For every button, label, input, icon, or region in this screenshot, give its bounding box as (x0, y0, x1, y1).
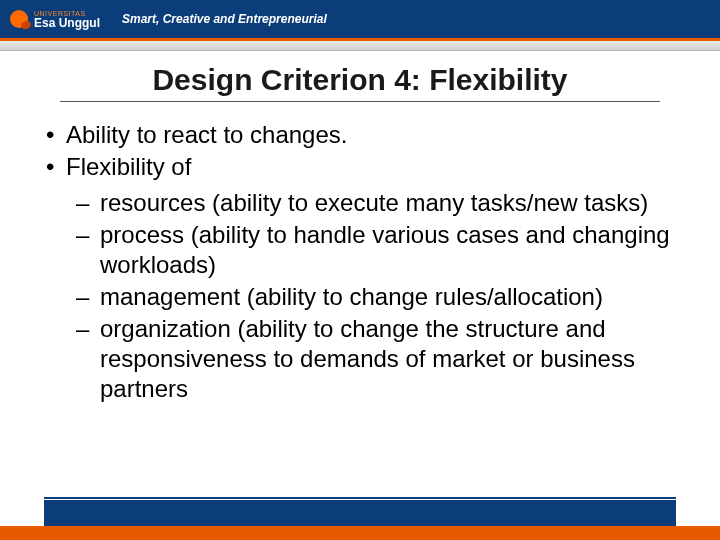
logo-icon (10, 10, 28, 28)
logo-big-text: Esa Unggul (34, 17, 100, 29)
tagline: Smart, Creative and Entrepreneurial (122, 12, 327, 26)
bullet-list: Ability to react to changes. Flexibility… (40, 120, 680, 404)
sub-list: resources (ability to execute many tasks… (66, 188, 680, 404)
sub-item: process (ability to handle various cases… (66, 220, 680, 280)
slide-content: Design Criterion 4: Flexibility Ability … (0, 51, 720, 404)
footer-blue-bar (44, 500, 676, 526)
sub-item: organization (ability to change the stru… (66, 314, 680, 404)
logo-text: UNIVERSITAS Esa Unggul (34, 10, 100, 29)
bullet-text: Flexibility of (66, 153, 191, 180)
logo: UNIVERSITAS Esa Unggul (10, 10, 100, 29)
sub-item: management (ability to change rules/allo… (66, 282, 680, 312)
slide-title: Design Criterion 4: Flexibility (60, 63, 660, 102)
bullet-item: Ability to react to changes. (40, 120, 680, 150)
divider-grey (0, 41, 720, 51)
bullet-item: Flexibility of resources (ability to exe… (40, 152, 680, 404)
footer-line (44, 497, 676, 499)
footer-orange-bar (0, 526, 720, 540)
sub-item: resources (ability to execute many tasks… (66, 188, 680, 218)
footer (0, 497, 720, 540)
header-bar: UNIVERSITAS Esa Unggul Smart, Creative a… (0, 0, 720, 38)
